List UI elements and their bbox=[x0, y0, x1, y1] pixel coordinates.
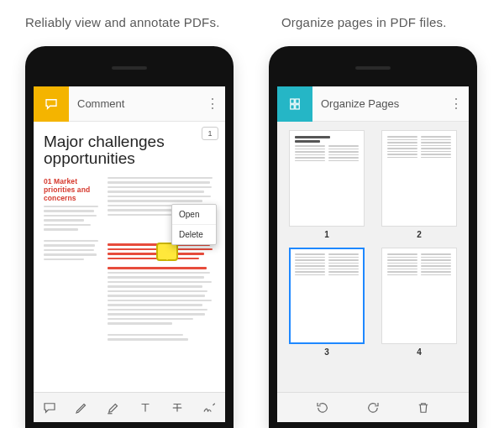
thumbnail-grid-area: 1 2 bbox=[277, 122, 469, 392]
svg-rect-3 bbox=[296, 104, 300, 108]
topbar: Organize Pages ⋮ bbox=[277, 86, 469, 122]
speech-bubble-icon[interactable] bbox=[40, 399, 59, 417]
rotate-ccw-icon[interactable] bbox=[313, 399, 332, 417]
context-menu: Open Delete bbox=[171, 204, 217, 245]
comment-mode-icon[interactable] bbox=[34, 86, 69, 122]
organize-mode-icon[interactable] bbox=[277, 86, 312, 122]
overflow-menu[interactable]: ⋮ bbox=[200, 96, 225, 112]
phone-speaker bbox=[112, 66, 147, 70]
screen-comment: Comment ⋮ 1 Major challenges opportuniti… bbox=[34, 86, 225, 422]
pencil-icon[interactable] bbox=[72, 399, 91, 417]
topbar-title: Organize Pages bbox=[312, 97, 444, 110]
organize-toolbar bbox=[277, 392, 469, 422]
svg-rect-1 bbox=[296, 99, 300, 103]
rotate-cw-icon[interactable] bbox=[364, 399, 382, 417]
thumbnail-label: 2 bbox=[378, 230, 460, 239]
svg-rect-2 bbox=[291, 104, 295, 108]
page-indicator: 1 bbox=[202, 127, 218, 140]
section-heading: 01 Market priorities and concerns bbox=[44, 177, 101, 202]
svg-rect-0 bbox=[291, 99, 295, 103]
thumbnail-label: 1 bbox=[286, 230, 368, 239]
phone-speaker bbox=[355, 66, 391, 70]
context-menu-open[interactable]: Open bbox=[172, 205, 216, 224]
thumbnail-label: 4 bbox=[378, 347, 460, 357]
context-menu-delete[interactable]: Delete bbox=[172, 224, 216, 244]
thumbnail-label: 3 bbox=[286, 347, 368, 357]
trash-icon[interactable] bbox=[414, 399, 433, 417]
topbar: Comment ⋮ bbox=[34, 86, 225, 122]
highlighter-icon[interactable] bbox=[104, 399, 123, 417]
document-title: Major challenges opportunities bbox=[44, 133, 215, 167]
page-thumbnail-3[interactable]: 3 bbox=[286, 248, 368, 357]
signature-icon[interactable] bbox=[200, 399, 218, 417]
topbar-title: Comment bbox=[69, 97, 200, 110]
page-thumbnail-1[interactable]: 1 bbox=[286, 130, 368, 239]
annotate-toolbar bbox=[34, 392, 225, 422]
page-thumbnail-2[interactable]: 2 bbox=[378, 130, 460, 239]
strikethrough-icon[interactable] bbox=[168, 399, 186, 417]
caption-annotate: Reliably view and annotate PDFs. bbox=[25, 15, 220, 29]
phone-frame-left: Comment ⋮ 1 Major challenges opportuniti… bbox=[25, 46, 234, 428]
page-thumbnail-4[interactable]: 4 bbox=[378, 248, 460, 357]
document-page[interactable]: 1 Major challenges opportunities 01 Mark… bbox=[34, 122, 225, 392]
sticky-note-icon[interactable] bbox=[156, 243, 178, 261]
screen-organize: Organize Pages ⋮ 1 bbox=[277, 86, 469, 422]
overflow-menu[interactable]: ⋮ bbox=[444, 96, 469, 112]
phone-frame-right: Organize Pages ⋮ 1 bbox=[269, 46, 477, 428]
text-icon[interactable] bbox=[136, 399, 155, 417]
caption-organize: Organize pages in PDF files. bbox=[281, 15, 447, 29]
